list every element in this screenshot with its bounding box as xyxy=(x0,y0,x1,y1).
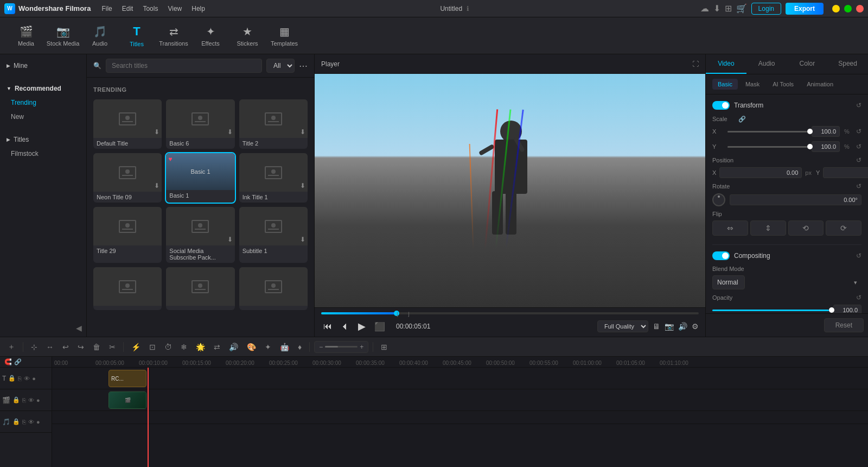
transform-reset-icon[interactable]: ↺ xyxy=(856,102,861,109)
tl-effect-button[interactable]: 🌟 xyxy=(193,340,208,354)
pos-x-input[interactable] xyxy=(719,167,802,178)
title-card-neon-title-09[interactable]: ⬇ Neon Title 09 xyxy=(93,153,162,203)
audio-eye-icon[interactable]: 👁 xyxy=(28,419,34,425)
zoom-plus-icon[interactable]: + xyxy=(360,343,363,351)
flip-v-button[interactable]: ⇕ xyxy=(750,220,786,236)
title-card-subtitle-1[interactable]: ⬇ Subtitle 1 xyxy=(239,207,308,263)
rotate-reset-icon[interactable]: ↺ xyxy=(856,182,861,190)
quality-select[interactable]: Full Quality xyxy=(597,320,648,332)
sidebar-item-filmstock[interactable]: Filmstock xyxy=(0,147,86,161)
clip-title[interactable]: RC... xyxy=(108,370,146,387)
scale-y-reset-icon[interactable]: ↺ xyxy=(856,143,861,150)
tl-select-button[interactable]: ⊹ xyxy=(28,340,41,354)
toolbar-effects[interactable]: ✦ Effects xyxy=(193,21,228,51)
tl-delete-button[interactable]: 🗑 xyxy=(90,340,104,354)
sidebar-header-recommended[interactable]: ▼ Recommended xyxy=(0,81,86,96)
tl-freeze-button[interactable]: ❄ xyxy=(177,340,190,354)
filter-select[interactable]: All xyxy=(266,59,295,73)
player-progress-bar[interactable]: ⌊ ⌋ xyxy=(321,312,699,314)
volume-icon[interactable]: 🔊 xyxy=(678,322,687,331)
play-button[interactable]: ▶ xyxy=(356,318,368,335)
tl-split-button[interactable]: ⚡ xyxy=(128,340,144,354)
subtab-animation[interactable]: Animation xyxy=(801,79,839,90)
title-card-extra-2[interactable] xyxy=(166,267,234,310)
toolbar-audio[interactable]: 🎵 Audio xyxy=(82,21,117,51)
tl-color-button[interactable]: 🎨 xyxy=(244,340,259,354)
toolbar-titles[interactable]: T Titles xyxy=(119,21,154,51)
video-solo-icon[interactable]: ● xyxy=(36,397,40,403)
tab-audio[interactable]: Audio xyxy=(746,54,787,74)
title-card-default-title[interactable]: ⬇ Default Title xyxy=(93,99,162,149)
maximize-button[interactable] xyxy=(844,5,852,12)
title-card-title-29[interactable]: Title 29 xyxy=(93,207,162,263)
scale-x-slider[interactable] xyxy=(727,131,807,132)
titles-menu-icon[interactable]: ⋯ xyxy=(299,61,308,71)
scale-y-value[interactable]: 100.0 xyxy=(812,141,840,152)
menu-view[interactable]: View xyxy=(163,4,186,14)
zoom-slider[interactable] xyxy=(325,346,358,348)
sidebar-header-titles[interactable]: ▶ Titles xyxy=(0,132,86,147)
step-back-button[interactable]: ⏴ xyxy=(339,319,352,333)
tl-ripple-button[interactable]: ↔ xyxy=(43,340,57,354)
clip-video[interactable]: 🎬 xyxy=(108,392,146,409)
audio-solo-icon[interactable]: ● xyxy=(36,419,40,425)
screenshot-icon[interactable]: 📷 xyxy=(665,322,674,331)
toolbar-templates[interactable]: ▦ Templates xyxy=(267,21,302,51)
subtab-mask[interactable]: Mask xyxy=(740,79,765,90)
zoom-minus-icon[interactable]: − xyxy=(319,343,323,351)
rotate-value-input[interactable] xyxy=(730,194,861,205)
title-card-extra-3[interactable] xyxy=(239,267,308,310)
title-card-basic-1[interactable]: Basic 1 ♥ Basic 1 xyxy=(166,153,234,203)
scale-y-slider[interactable] xyxy=(727,146,807,148)
audio-copy-icon[interactable]: ⎘ xyxy=(22,419,26,425)
title-card-basic-6[interactable]: ⬇ Basic 6 xyxy=(166,99,234,149)
menu-file[interactable]: File xyxy=(97,4,116,14)
subtab-ai-tools[interactable]: AI Tools xyxy=(767,79,799,90)
collapse-sidebar-icon[interactable]: ◀ xyxy=(76,324,82,332)
tl-redo-button[interactable]: ↪ xyxy=(74,340,87,354)
tl-layout-button[interactable]: ⊞ xyxy=(378,340,391,354)
tl-speed-button[interactable]: ⏱ xyxy=(161,340,175,354)
video-lock-icon[interactable]: 🔒 xyxy=(12,396,20,403)
opacity-reset-icon[interactable]: ↺ xyxy=(856,294,861,301)
tab-color[interactable]: Color xyxy=(787,54,828,74)
title-card-ink-title-1[interactable]: ⬇ Ink Title 1 xyxy=(239,153,308,203)
opacity-value[interactable]: 100.0 xyxy=(833,305,861,313)
subtab-basic[interactable]: Basic xyxy=(712,79,738,90)
video-copy-icon[interactable]: ⎘ xyxy=(22,397,26,403)
close-button[interactable] xyxy=(856,5,864,12)
compositing-reset-icon[interactable]: ↺ xyxy=(856,252,861,260)
export-button[interactable]: Export xyxy=(786,3,824,15)
stop-button[interactable]: ⬛ xyxy=(372,319,387,334)
toolbar-stickers[interactable]: ★ Stickers xyxy=(230,21,265,51)
flip-h-button[interactable]: ⇔ xyxy=(712,220,748,236)
tab-video[interactable]: Video xyxy=(706,54,746,74)
link-icon[interactable]: 🔗 xyxy=(14,358,22,365)
title-eye-icon[interactable]: 👁 xyxy=(24,375,30,382)
tl-crop-button[interactable]: ⊡ xyxy=(146,340,159,354)
flip-tl-button[interactable]: ⟲ xyxy=(788,220,824,236)
menu-edit[interactable]: Edit xyxy=(118,4,138,14)
login-button[interactable]: Login xyxy=(751,3,781,15)
tl-ai-button[interactable]: 🤖 xyxy=(277,340,292,354)
transform-toggle[interactable] xyxy=(712,101,730,110)
title-solo-icon[interactable]: ● xyxy=(32,375,36,382)
snap-icon[interactable]: 🧲 xyxy=(4,358,12,365)
sidebar-item-new[interactable]: New xyxy=(0,110,86,124)
monitor-icon[interactable]: 🖥 xyxy=(653,322,660,331)
position-reset-icon[interactable]: ↺ xyxy=(856,156,861,164)
tl-undo-button[interactable]: ↩ xyxy=(59,340,72,354)
menu-help[interactable]: Help xyxy=(187,4,209,14)
reset-button[interactable]: Reset xyxy=(824,318,864,332)
tab-speed[interactable]: Speed xyxy=(827,54,868,74)
sidebar-header-mine[interactable]: ▶ Mine xyxy=(0,59,86,73)
flip-tr-button[interactable]: ⟳ xyxy=(826,220,861,236)
minimize-button[interactable] xyxy=(832,5,840,12)
pos-y-input[interactable] xyxy=(823,167,868,178)
audio-lock-icon[interactable]: 🔒 xyxy=(12,418,20,425)
tl-transition-button[interactable]: ⇄ xyxy=(210,340,224,354)
video-eye-icon[interactable]: 👁 xyxy=(28,397,34,403)
tl-audio-button[interactable]: 🔊 xyxy=(226,340,241,354)
toolbar-transitions[interactable]: ⇄ Transitions xyxy=(156,21,191,51)
toolbar-media[interactable]: 🎬 Media xyxy=(9,21,43,51)
